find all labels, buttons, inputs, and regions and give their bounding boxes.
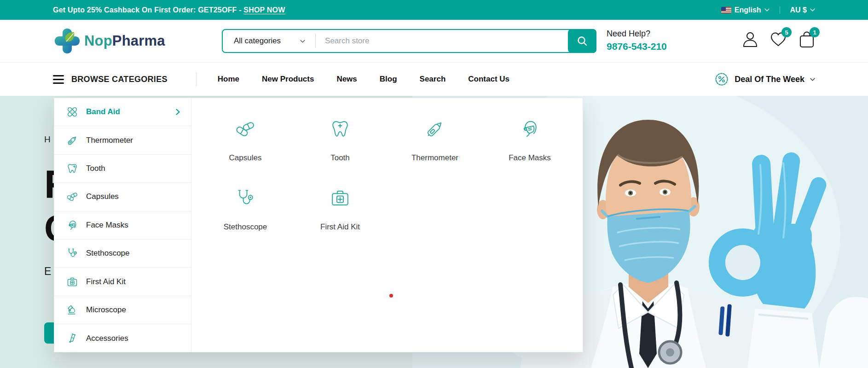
face-mask-icon: [66, 219, 78, 231]
search-icon: [576, 35, 588, 47]
search-category-value: All categories: [234, 36, 281, 46]
promo-text: Get Upto 25% Cashback On First Order: GE…: [53, 6, 242, 14]
chevron-down-icon: [300, 40, 305, 43]
capsules-icon: [198, 115, 293, 143]
nav-item-new-products[interactable]: New Products: [262, 75, 314, 84]
nav-item-home[interactable]: Home: [218, 75, 239, 84]
category-item-capsules[interactable]: Capsules: [54, 183, 191, 211]
cart-button[interactable]: 1: [799, 31, 815, 48]
nav-item-blog[interactable]: Blog: [380, 75, 397, 84]
nav-item-search[interactable]: Search: [420, 75, 446, 84]
search-category-dropdown[interactable]: All categories: [223, 36, 315, 46]
language-selector[interactable]: English: [721, 6, 770, 14]
browse-categories-button[interactable]: BROWSE CATEGORIES: [53, 75, 168, 84]
band-aid-icon: [66, 106, 78, 118]
currency-label: AU $: [790, 6, 807, 14]
browse-categories-label: BROWSE CATEGORIES: [71, 75, 168, 84]
chevron-down-icon: [764, 8, 770, 12]
pharmacy-cross-icon: [54, 28, 81, 54]
category-item-face-masks[interactable]: Face Masks: [54, 211, 191, 239]
shop-now-link[interactable]: SHOP NOW: [243, 6, 285, 14]
wishlist-button[interactable]: 5: [770, 31, 787, 47]
face-mask-icon: [482, 115, 577, 143]
loading-dot: [389, 294, 393, 298]
search-input[interactable]: [316, 36, 568, 46]
subcategory-flyout: Capsules Tooth Thermometer: [191, 98, 583, 352]
nav-item-news[interactable]: News: [336, 75, 357, 84]
category-item-microscope[interactable]: Microscope: [54, 296, 191, 324]
promo-message: Get Upto 25% Cashback On First Order: GE…: [53, 6, 285, 14]
discount-badge-icon: [714, 72, 729, 87]
flyout-item-face-masks[interactable]: Face Masks: [482, 110, 577, 179]
help-phone-number[interactable]: 9876-543-210: [607, 40, 667, 53]
stethoscope-icon: [66, 247, 78, 259]
language-label: English: [735, 6, 761, 14]
thermometer-icon: [66, 134, 78, 146]
chevron-down-icon: [810, 8, 815, 12]
category-list: Band Aid Thermometer Tooth Capsules: [54, 98, 191, 352]
capsules-icon: [66, 191, 78, 203]
main-navigation: BROWSE CATEGORIES Home New Products News…: [0, 63, 868, 96]
need-help-block: Need Help? 9876-543-210: [607, 28, 667, 54]
us-flag-icon: [721, 7, 731, 13]
chevron-down-icon: [810, 78, 815, 81]
chevron-right-icon: [176, 109, 180, 115]
hero-breadcrumb-fragment: H: [44, 134, 51, 145]
promo-bar: Get Upto 25% Cashback On First Order: GE…: [0, 0, 868, 20]
search-bar: All categories: [222, 29, 596, 53]
first-aid-kit-icon: [293, 184, 388, 212]
user-icon: [742, 31, 758, 47]
hero-subtext-fragment: E: [44, 265, 51, 278]
stethoscope-icon: [198, 184, 293, 212]
site-header: NopPharma All categories Need Help? 9876…: [0, 20, 868, 63]
test-tube-icon: [66, 333, 78, 345]
deal-of-the-week-button[interactable]: Deal Of The Week: [714, 72, 815, 87]
need-help-label: Need Help?: [607, 28, 667, 40]
flyout-item-capsules[interactable]: Capsules: [198, 110, 293, 179]
search-button[interactable]: [568, 29, 596, 53]
store-name: NopPharma: [84, 33, 165, 49]
category-item-tooth[interactable]: Tooth: [54, 155, 191, 183]
category-item-first-aid-kit[interactable]: First Aid Kit: [54, 268, 191, 296]
nav-divider: [196, 72, 197, 86]
cart-count-badge: 1: [810, 27, 820, 37]
nav-menu: Home New Products News Blog Search Conta…: [218, 75, 509, 84]
flyout-item-stethoscope[interactable]: Stethoscope: [198, 179, 293, 248]
category-item-accessories[interactable]: Accessories: [54, 324, 191, 352]
wishlist-count-badge: 5: [781, 27, 792, 37]
flyout-item-thermometer[interactable]: Thermometer: [388, 110, 482, 179]
currency-selector[interactable]: AU $: [790, 6, 815, 14]
account-button[interactable]: [742, 31, 758, 47]
deal-of-the-week-label: Deal Of The Week: [735, 75, 804, 84]
flyout-item-tooth[interactable]: Tooth: [293, 110, 388, 179]
hamburger-icon: [53, 75, 64, 84]
flyout-item-first-aid-kit[interactable]: First Aid Kit: [293, 179, 388, 248]
category-item-stethoscope[interactable]: Stethoscope: [54, 239, 191, 268]
nav-item-contact-us[interactable]: Contact Us: [468, 75, 509, 84]
thermometer-icon: [388, 115, 482, 143]
topbar-divider: [780, 6, 780, 14]
category-item-thermometer[interactable]: Thermometer: [54, 126, 191, 154]
categories-dropdown-panel: Band Aid Thermometer Tooth Capsules: [54, 98, 583, 352]
microscope-icon: [66, 304, 78, 316]
first-aid-kit-icon: [66, 276, 78, 288]
tooth-icon: [66, 163, 78, 175]
tooth-icon: [293, 115, 388, 143]
store-logo[interactable]: NopPharma: [54, 28, 165, 54]
category-item-band-aid[interactable]: Band Aid: [54, 98, 191, 126]
